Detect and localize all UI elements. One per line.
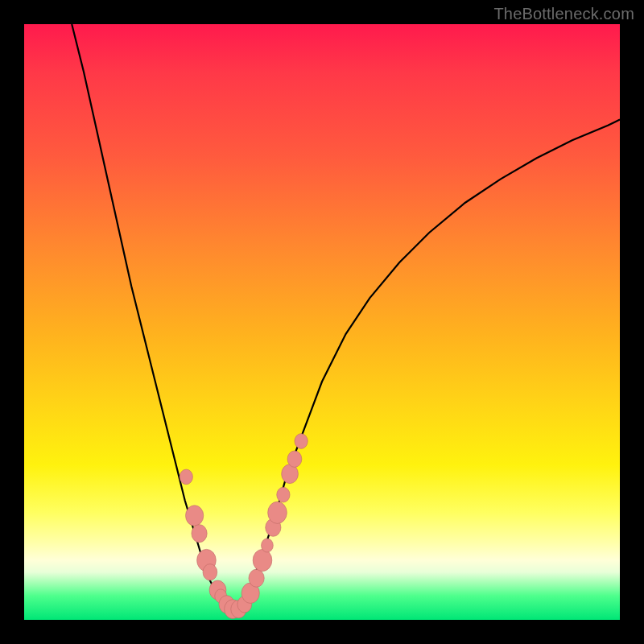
curve-left-branch xyxy=(72,24,233,611)
marker-dot xyxy=(262,539,274,552)
chart-frame: TheBottleneck.com xyxy=(0,0,644,644)
marker-dot xyxy=(249,569,264,587)
curve-right-branch xyxy=(233,119,620,611)
marker-dot xyxy=(268,502,287,523)
marker-dot xyxy=(287,451,302,467)
watermark-text: TheBottleneck.com xyxy=(493,5,634,23)
marker-dot xyxy=(180,469,192,485)
marker-dot xyxy=(192,525,207,543)
marker-dot xyxy=(277,487,290,502)
highlight-markers xyxy=(180,434,308,619)
marker-dot xyxy=(186,506,204,526)
chart-svg xyxy=(24,24,620,620)
plot-area xyxy=(24,24,620,620)
marker-dot xyxy=(295,434,308,449)
marker-dot xyxy=(253,549,272,571)
marker-dot xyxy=(203,564,217,580)
